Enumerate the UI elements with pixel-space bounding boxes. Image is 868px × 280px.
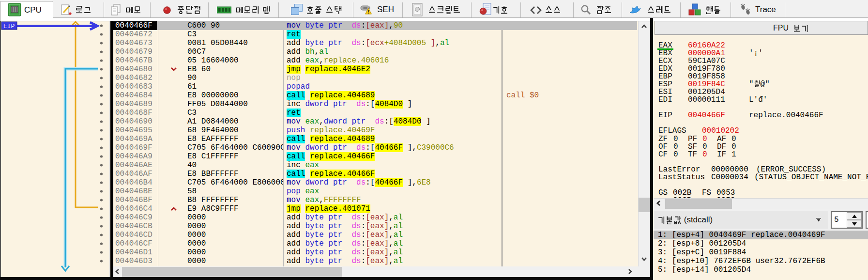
svg-text:EIP: EIP <box>3 23 15 30</box>
